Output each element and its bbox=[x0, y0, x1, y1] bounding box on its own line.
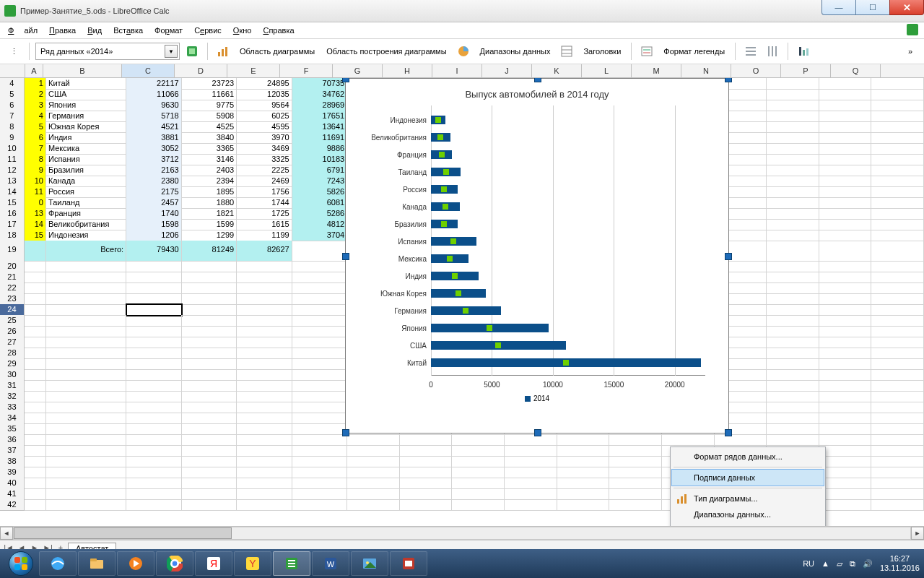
column-header[interactable]: C bbox=[122, 64, 175, 77]
chart-bar[interactable] bbox=[431, 133, 450, 142]
taskbar-app-ie[interactable] bbox=[39, 551, 77, 576]
data-table-icon[interactable] bbox=[557, 42, 576, 61]
taskbar-app-word[interactable]: W bbox=[312, 551, 349, 576]
chart-element-selector[interactable]: Ряд данных «2014» ▼ bbox=[35, 43, 180, 60]
column-header[interactable]: P bbox=[781, 64, 831, 77]
spreadsheet-grid[interactable]: 41Китай2211723723248957073552США11066116… bbox=[0, 78, 924, 526]
maximize-button[interactable]: ☐ bbox=[855, 0, 890, 15]
chart-bar[interactable] bbox=[431, 237, 476, 246]
chart-toolbar: ⋮ Ряд данных «2014» ▼ Область диаграммы … bbox=[0, 39, 924, 64]
grid-row[interactable]: 36 bbox=[0, 434, 924, 445]
hgrid-icon[interactable] bbox=[741, 42, 760, 61]
menu-tools[interactable]: Сервис bbox=[189, 25, 227, 36]
chart-bar[interactable] bbox=[431, 116, 445, 124]
close-button[interactable]: ✕ bbox=[889, 0, 924, 15]
chart-bar[interactable] bbox=[431, 341, 566, 350]
taskbar-app-chrome[interactable] bbox=[156, 551, 193, 576]
column-header[interactable]: G bbox=[333, 64, 383, 77]
minimize-button[interactable]: — bbox=[821, 0, 856, 15]
chart-bar[interactable] bbox=[431, 272, 479, 280]
chart-object[interactable]: Выпуск автомобилей в 2014 году 050001000… bbox=[345, 78, 729, 434]
menu-file[interactable]: Файл bbox=[3, 25, 43, 36]
tray-network-icon[interactable]: ⧉ bbox=[850, 559, 855, 569]
legend-format-button[interactable]: Формат легенды bbox=[659, 44, 729, 59]
chart-bar[interactable] bbox=[431, 150, 452, 159]
system-tray[interactable]: RU ▲ ▱ ⧉ 🔊 16:2713.11.2016 bbox=[803, 554, 920, 573]
toolbar-overflow-icon[interactable]: » bbox=[901, 42, 920, 61]
chart-category-label: Мексика bbox=[398, 255, 427, 263]
chart-bar[interactable] bbox=[431, 324, 549, 332]
horizontal-scrollbar[interactable]: ◄ ► bbox=[0, 526, 924, 540]
ctx-data-ranges[interactable]: Диапазоны данных... bbox=[672, 506, 824, 522]
chart-bar[interactable] bbox=[431, 358, 701, 367]
format-selection-icon[interactable] bbox=[183, 42, 201, 61]
chart-bar[interactable] bbox=[431, 306, 501, 315]
chart-category-label: Индия bbox=[405, 272, 427, 280]
chart-bar[interactable] bbox=[431, 220, 458, 228]
axes-icon[interactable] bbox=[794, 42, 813, 61]
svg-rect-23 bbox=[684, 494, 687, 504]
chart-type-icon[interactable] bbox=[214, 42, 232, 61]
data-ranges-button[interactable]: Диапазоны данных bbox=[476, 44, 555, 59]
chart-bar[interactable] bbox=[431, 168, 461, 176]
tray-up-icon[interactable]: ▲ bbox=[821, 559, 829, 568]
chart-wall-icon[interactable] bbox=[454, 42, 473, 61]
column-header[interactable]: A bbox=[25, 64, 43, 77]
column-header[interactable]: B bbox=[43, 64, 122, 77]
column-header[interactable]: K bbox=[532, 64, 582, 77]
chart-bar[interactable] bbox=[431, 254, 468, 263]
ctx-data-labels[interactable]: Подписи данных bbox=[671, 469, 824, 486]
taskbar-app-yandex2[interactable]: Y bbox=[234, 551, 271, 576]
chart-plot-area[interactable]: 05000100001500020000ИндонезияВеликобрита… bbox=[346, 105, 718, 376]
scroll-thumb[interactable] bbox=[14, 527, 232, 539]
column-header[interactable]: D bbox=[175, 64, 227, 77]
taskbar-app-explorer[interactable] bbox=[78, 551, 116, 576]
taskbar-app-impress[interactable] bbox=[390, 551, 427, 576]
ctx-chart-type[interactable]: Тип диаграммы... bbox=[672, 491, 824, 506]
svg-rect-21 bbox=[677, 499, 679, 504]
toolbar-grip-icon: ⋮ bbox=[4, 42, 23, 61]
column-header[interactable]: Q bbox=[831, 64, 881, 77]
menu-edit[interactable]: Правка bbox=[44, 25, 81, 36]
menu-window[interactable]: Окно bbox=[228, 25, 257, 36]
taskbar-app-pictures[interactable] bbox=[351, 551, 388, 576]
column-header[interactable]: O bbox=[731, 64, 781, 77]
menu-help[interactable]: Справка bbox=[258, 25, 299, 36]
titles-button[interactable]: Заголовки bbox=[579, 44, 625, 59]
vgrid-icon[interactable] bbox=[763, 42, 782, 61]
start-button[interactable] bbox=[4, 551, 38, 576]
chart-area-button[interactable]: Область диаграммы bbox=[235, 44, 319, 59]
legend-toggle-icon[interactable] bbox=[637, 42, 656, 61]
column-header[interactable]: L bbox=[582, 64, 632, 77]
ctx-format-series[interactable]: Формат рядов данных... bbox=[672, 449, 824, 465]
chart-bar[interactable] bbox=[431, 185, 458, 194]
column-header[interactable]: N bbox=[681, 64, 731, 77]
extension-icon[interactable] bbox=[907, 24, 918, 35]
scroll-left-icon[interactable]: ◄ bbox=[0, 527, 13, 540]
menu-insert[interactable]: Вставка bbox=[108, 25, 148, 36]
chart-bar[interactable] bbox=[431, 202, 460, 211]
tray-volume-icon[interactable]: 🔊 bbox=[863, 559, 873, 569]
plot-area-button[interactable]: Область построения диаграммы bbox=[322, 44, 450, 59]
taskbar-app-calc[interactable] bbox=[273, 551, 310, 576]
column-header[interactable]: M bbox=[632, 64, 681, 77]
column-header[interactable]: F bbox=[280, 64, 333, 77]
tray-lang[interactable]: RU bbox=[803, 559, 814, 568]
column-headers[interactable]: ABCDEFGHIJKLMNOPQ bbox=[0, 64, 924, 78]
svg-text:W: W bbox=[327, 560, 335, 569]
column-header[interactable]: J bbox=[482, 64, 532, 77]
tray-clock[interactable]: 16:2713.11.2016 bbox=[880, 554, 920, 573]
menu-format[interactable]: Формат bbox=[149, 25, 188, 36]
taskbar-app-media[interactable] bbox=[117, 551, 154, 576]
column-header[interactable]: I bbox=[432, 64, 482, 77]
dropdown-arrow-icon[interactable]: ▼ bbox=[165, 45, 178, 58]
scroll-right-icon[interactable]: ► bbox=[911, 527, 924, 540]
chart-category-label: США bbox=[410, 342, 427, 350]
column-header[interactable]: H bbox=[383, 64, 432, 77]
menu-view[interactable]: Вид bbox=[82, 25, 107, 36]
column-header[interactable]: E bbox=[227, 64, 280, 77]
taskbar-app-yandex[interactable]: Я bbox=[195, 551, 232, 576]
tray-flag-icon[interactable]: ▱ bbox=[837, 559, 842, 569]
chart-bar[interactable] bbox=[431, 289, 486, 298]
menu-bar: Файл Правка Вид Вставка Формат Сервис Ок… bbox=[0, 22, 924, 39]
